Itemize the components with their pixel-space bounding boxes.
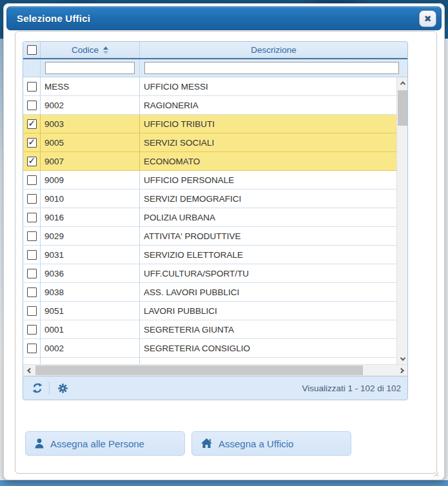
horizontal-scrollbar-thumb[interactable] — [35, 365, 363, 375]
row-checkbox[interactable] — [27, 213, 37, 222]
assign-to-office-button[interactable]: Assegna a Ufficio — [191, 431, 351, 456]
cell-descrizione: UFF.CULTURA/SPORT/TU — [140, 264, 396, 282]
row-checkbox-cell — [23, 339, 41, 357]
scroll-right-button[interactable] — [396, 365, 407, 376]
table-row[interactable]: 9007 ECONOMATO — [23, 152, 396, 171]
dialog-content: Codice Descrizione — [15, 31, 437, 474]
row-checkbox[interactable] — [27, 250, 37, 260]
cell-codice: 9036 — [41, 264, 140, 282]
cell-codice: MESS — [41, 77, 140, 95]
footer-separator — [49, 382, 50, 394]
row-checkbox[interactable] — [27, 101, 37, 110]
table-row[interactable]: 9003 UFFICIO TRIBUTI — [23, 115, 396, 133]
row-checkbox-cell — [23, 133, 41, 151]
row-checkbox[interactable] — [27, 138, 37, 148]
table-row[interactable]: 9005 SERVIZI SOCIALI — [23, 133, 396, 152]
refresh-button[interactable] — [30, 380, 45, 396]
row-checkbox[interactable] — [27, 119, 37, 129]
home-icon — [201, 438, 212, 449]
cell-descrizione: SERVIZI DEMOGRAFICI — [140, 190, 396, 208]
row-checkbox-cell — [23, 152, 41, 170]
row-checkbox[interactable] — [27, 194, 37, 204]
row-checkbox[interactable] — [27, 344, 37, 353]
row-checkbox-cell — [23, 96, 41, 114]
scroll-left-button[interactable] — [23, 365, 34, 376]
codice-filter-input[interactable] — [45, 62, 135, 74]
filter-cell-descrizione — [140, 59, 407, 77]
dialog-titlebar[interactable]: Selezione Uffici ✖ — [6, 6, 442, 30]
row-checkbox[interactable] — [27, 269, 37, 278]
grid-header-row: Codice Descrizione — [23, 42, 407, 59]
row-checkbox-cell — [23, 302, 41, 320]
row-checkbox[interactable] — [27, 306, 37, 316]
selezione-uffici-dialog: Selezione Uffici ✖ Codice — [3, 3, 445, 480]
cell-descrizione: SERVIZIO ELETTORALE — [140, 246, 396, 264]
action-buttons: Assegna alle Persone Assegna a Ufficio — [25, 431, 351, 456]
table-row-partial[interactable] — [23, 358, 396, 364]
cell-codice: 0002 — [41, 339, 140, 357]
cell-codice: 9005 — [41, 133, 140, 151]
cell-descrizione: ECONOMATO — [140, 152, 396, 170]
row-checkbox-cell — [23, 77, 41, 95]
table-row[interactable]: 9038 ASS. LAVORI PUBBLICI — [23, 283, 396, 302]
filter-cell-empty — [23, 59, 41, 77]
row-checkbox[interactable] — [27, 175, 37, 185]
chevron-right-icon — [398, 367, 404, 373]
cell-descrizione: SEGRETERIA CONSIGLIO — [140, 339, 396, 357]
vertical-scrollbar-thumb[interactable] — [398, 90, 407, 126]
codice-header-label: Codice — [72, 45, 99, 55]
cell-descrizione: POLIZIA URBANA — [140, 208, 396, 226]
grid-settings-button[interactable] — [55, 380, 70, 396]
cell-codice: 9051 — [41, 302, 140, 320]
table-row[interactable]: 0001 SEGRETERIA GIUNTA — [23, 320, 396, 339]
row-checkbox[interactable] — [27, 157, 37, 166]
column-header-descrizione[interactable]: Descrizione — [140, 42, 407, 58]
sort-desc-icon — [103, 51, 108, 54]
table-row[interactable]: 0002 SEGRETERIA CONSIGLIO — [23, 339, 396, 358]
cell-codice: 9029 — [41, 227, 140, 245]
cell-codice: 0001 — [41, 320, 140, 338]
dialog-title: Selezione Uffici — [7, 7, 441, 30]
row-checkbox-cell — [23, 208, 41, 226]
scroll-up-button[interactable] — [397, 77, 408, 88]
close-icon: ✖ — [424, 14, 432, 23]
cell-descrizione: SERVIZI SOCIALI — [140, 133, 396, 151]
sort-icon[interactable] — [103, 46, 108, 54]
cell-codice: 9007 — [41, 152, 140, 170]
column-header-codice[interactable]: Codice — [41, 42, 140, 58]
row-checkbox[interactable] — [27, 287, 37, 297]
horizontal-scrollbar[interactable] — [23, 364, 408, 376]
row-checkbox[interactable] — [27, 82, 37, 92]
scroll-down-button[interactable] — [397, 353, 408, 364]
table-row[interactable]: MESS UFFICIO MESSI — [23, 77, 396, 96]
cell-codice: 9003 — [41, 115, 140, 133]
vertical-scrollbar[interactable] — [396, 77, 407, 364]
cell-descrizione: LAVORI PUBBLICI — [140, 302, 396, 320]
row-checkbox-cell — [23, 227, 41, 245]
table-row[interactable]: 9010 SERVIZI DEMOGRAFICI — [23, 190, 396, 208]
cell-descrizione: ATTIVITA' PRODUTTIVE — [140, 227, 396, 245]
cell-descrizione: UFFICIO PERSONALE — [140, 171, 396, 189]
cell-codice: 9010 — [41, 190, 140, 208]
table-row[interactable]: 9016 POLIZIA URBANA — [23, 208, 396, 227]
sort-asc-icon — [103, 46, 108, 50]
table-row[interactable]: 9051 LAVORI PUBBLICI — [23, 302, 396, 320]
table-row[interactable]: 9029 ATTIVITA' PRODUTTIVE — [23, 227, 396, 246]
cell-codice: 9031 — [41, 246, 140, 264]
table-row[interactable]: 9009 UFFICIO PERSONALE — [23, 171, 396, 190]
offices-grid: Codice Descrizione — [23, 41, 408, 400]
horizontal-scrollbar-track[interactable] — [34, 365, 396, 376]
row-checkbox[interactable] — [27, 325, 37, 335]
assign-to-people-button[interactable]: Assegna alle Persone — [25, 431, 185, 456]
select-all-checkbox[interactable] — [27, 45, 37, 55]
cell-codice: 9002 — [41, 96, 140, 114]
row-checkbox[interactable] — [27, 231, 37, 241]
table-row[interactable]: 9036 UFF.CULTURA/SPORT/TU — [23, 264, 396, 283]
close-button[interactable]: ✖ — [419, 10, 436, 27]
descrizione-filter-input[interactable] — [144, 62, 399, 74]
assign-people-label: Assegna alle Persone — [50, 438, 144, 449]
gear-icon — [57, 383, 68, 394]
descrizione-header-label: Descrizione — [251, 45, 297, 55]
table-row[interactable]: 9002 RAGIONERIA — [23, 96, 396, 115]
table-row[interactable]: 9031 SERVIZIO ELETTORALE — [23, 246, 396, 264]
